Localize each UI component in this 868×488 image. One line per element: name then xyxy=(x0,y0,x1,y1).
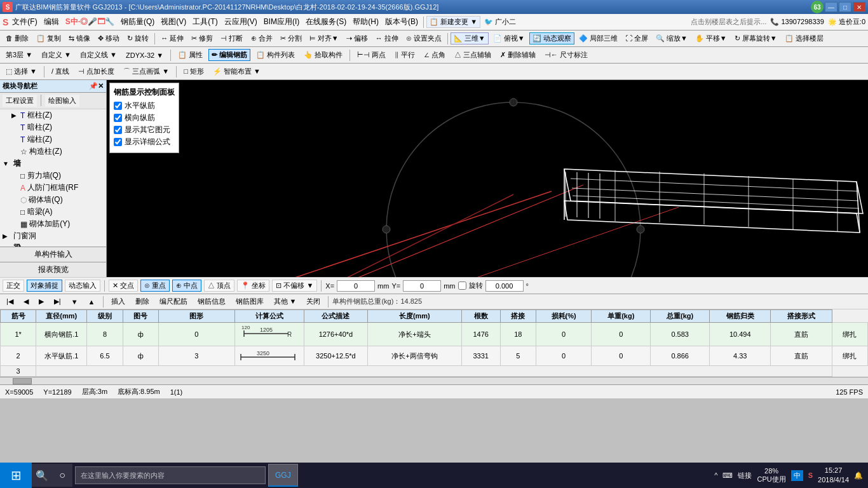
tree-item-hidden-beam[interactable]: □ 暗梁(A) xyxy=(0,206,106,218)
break-btn[interactable]: ⊣ 打断 xyxy=(217,32,246,44)
draw-input-btn[interactable]: 绘图输入 xyxy=(45,95,79,107)
notification-btn[interactable]: 🔔 xyxy=(854,471,863,480)
rotate-checkbox[interactable] xyxy=(458,281,466,290)
3d-btn[interactable]: 📐 三维▼ xyxy=(451,32,489,44)
select-mode-btn[interactable]: ⬚ 选择 ▼ xyxy=(3,65,40,78)
rebar-info-btn[interactable]: 钢筋信息 xyxy=(194,295,229,308)
floor-select[interactable]: 第3层 ▼ xyxy=(3,49,36,61)
point-length-btn[interactable]: ⊣ 点加长度 xyxy=(75,65,118,78)
extend-btn[interactable]: ↔ 延伸 xyxy=(158,32,187,44)
checkbox-horiz-rebar[interactable]: 水平纵筋 xyxy=(114,100,175,111)
taskbar-ggj-item[interactable]: GGJ xyxy=(268,464,298,487)
start-button[interactable]: ⊞ xyxy=(0,463,32,488)
nav-down[interactable]: ▼ xyxy=(67,297,82,307)
plan-btn[interactable]: 📄 俯视▼ xyxy=(490,32,528,44)
dim-label-btn[interactable]: ⊣← 尺寸标注 xyxy=(541,49,591,61)
local-3d-btn[interactable]: 🔷 局部三维 xyxy=(576,32,621,44)
tree-item-masonry[interactable]: ⬡ 砌体墙(Q) xyxy=(0,194,106,206)
checkbox-detail-formula[interactable]: 显示详细公式 xyxy=(114,137,175,147)
rebar-row-2[interactable]: 2 水平纵筋.1 6.5 ф 3 3250 3250+12.5*d xyxy=(1,346,868,366)
dim-rebar-btn[interactable]: 编尺配筋 xyxy=(156,295,191,308)
menu-bim[interactable]: BIM应用(I) xyxy=(261,16,302,28)
edit-rebar-btn[interactable]: ✏ 编辑钢筋 xyxy=(208,49,250,61)
nav-last[interactable]: ▶| xyxy=(50,296,65,307)
single-component-btn[interactable]: 单构件输入 xyxy=(0,247,106,262)
orthogonal-btn[interactable]: 正交 xyxy=(3,280,24,292)
search-box[interactable]: 在这里输入你要搜索的内容 xyxy=(75,466,266,484)
nav-next[interactable]: ▶ xyxy=(35,296,48,307)
checkbox-other-elements[interactable]: 显示其它图元 xyxy=(114,125,175,135)
line-btn[interactable]: / 直线 xyxy=(48,65,72,78)
three-arc-btn[interactable]: ⌒ 三点画弧 ▼ xyxy=(120,65,172,78)
tree-item-shear-wall[interactable]: □ 剪力墙(Q) xyxy=(0,170,106,182)
maximize-button[interactable]: □ xyxy=(839,2,851,12)
vertex-btn[interactable]: △ 顶点 xyxy=(204,280,234,292)
tree-item-masonry-rebar[interactable]: ▦ 砌体加筋(Y) xyxy=(0,218,106,230)
pan-btn[interactable]: ✋ 平移▼ xyxy=(692,32,730,44)
nav-first[interactable]: |◀ xyxy=(3,296,17,307)
custom-line-select[interactable]: 自定义线 ▼ xyxy=(77,49,120,61)
tree-item-column[interactable]: ▶T 框柱(Z) xyxy=(0,109,106,121)
select-layer-btn[interactable]: 📋 选择楼层 xyxy=(782,32,827,44)
object-snap-btn[interactable]: 对象捕捉 xyxy=(27,280,62,292)
three-point-aux-btn[interactable]: △ 三点辅轴 xyxy=(451,49,494,61)
split-btn[interactable]: ✂ 分割 xyxy=(277,32,305,44)
set-grip-btn[interactable]: ⊙ 设置夹点 xyxy=(403,32,445,44)
tree-item-wall[interactable]: ▼ 墙 xyxy=(0,158,106,170)
code-select[interactable]: ZDYX-32 ▼ xyxy=(123,50,166,60)
dynamic-view-btn[interactable]: 🔄 动态观察 xyxy=(529,32,574,44)
nav-prev[interactable]: ◀ xyxy=(20,296,32,307)
x-input[interactable] xyxy=(337,280,375,292)
coord-btn[interactable]: 📍 坐标 xyxy=(237,280,269,292)
rebar-delete-btn[interactable]: 删除 xyxy=(132,295,153,308)
two-point-btn[interactable]: ⊢⊣ 两点 xyxy=(354,49,389,61)
lang-indicator[interactable]: 中 xyxy=(791,470,803,481)
tree-item-beam[interactable]: ▼ 梁 xyxy=(0,242,106,247)
sidebar-pin[interactable]: 📌✕ xyxy=(89,82,104,90)
tree-item-end-column[interactable]: T 端柱(Z) xyxy=(0,133,106,146)
taskbar-search-icon[interactable]: 🔍 xyxy=(32,464,52,487)
custom-select[interactable]: 自定义 ▼ xyxy=(38,49,74,61)
auto-place-btn[interactable]: ⚡ 智能布置 ▼ xyxy=(210,65,264,78)
center-btn[interactable]: ⊕ 中点 xyxy=(172,280,201,292)
menu-file[interactable]: 文件(F) xyxy=(10,16,39,28)
menu-online[interactable]: 在线服务(S) xyxy=(303,16,349,28)
copy-btn[interactable]: 📋 复制 xyxy=(33,32,64,44)
tree-item-dark-column[interactable]: T 暗柱(Z) xyxy=(0,121,106,133)
fullscreen-btn[interactable]: ⛶ 全屏 xyxy=(622,32,651,44)
cortana-btn[interactable]: ○ xyxy=(52,464,72,487)
component-list-btn[interactable]: 📋 构件列表 xyxy=(253,49,298,61)
midpoint-btn[interactable]: ⊙ 重点 xyxy=(140,280,170,292)
scrollbar-thumb[interactable] xyxy=(13,378,32,384)
new-change-btn[interactable]: 📋 新建变更 ▼ xyxy=(426,16,480,28)
menu-tools[interactable]: 工具(T) xyxy=(190,16,220,28)
tree-item-struct-column[interactable]: ☆ 构造柱(Z) xyxy=(0,146,106,158)
menu-edit[interactable]: 编辑 xyxy=(41,16,62,28)
rect-btn[interactable]: □ 矩形 xyxy=(180,65,207,78)
keyboard-icon[interactable]: ⌨ xyxy=(722,471,733,480)
stretch-btn[interactable]: ↔ 拉伸 xyxy=(372,32,402,44)
menu-version[interactable]: 版本号(B) xyxy=(383,16,421,28)
h-scrollbar[interactable] xyxy=(0,377,868,384)
rebar-row-3[interactable]: 3 xyxy=(1,366,868,377)
other-btn[interactable]: 其他 ▼ xyxy=(270,295,301,308)
trim-btn[interactable]: ✂ 修剪 xyxy=(188,32,216,44)
input-method[interactable]: S xyxy=(808,471,813,479)
properties-btn[interactable]: 📋 属性 xyxy=(175,49,206,61)
minimize-button[interactable]: — xyxy=(825,2,837,12)
parallel-btn[interactable]: ∥ 平行 xyxy=(391,49,417,61)
intersection-btn[interactable]: ✕ 交点 xyxy=(109,280,138,292)
y-input[interactable] xyxy=(403,280,441,292)
pick-component-btn[interactable]: 👆 拾取构件 xyxy=(301,49,346,61)
menu-nav[interactable]: S中·◎🎤🗔🔧 xyxy=(63,16,117,28)
menu-view[interactable]: 视图(V) xyxy=(158,16,189,28)
menu-cloud[interactable]: 云应用(V) xyxy=(222,16,260,28)
rotate-input[interactable] xyxy=(485,280,524,292)
project-settings-btn[interactable]: 工程设置 xyxy=(3,95,37,107)
tray-expand[interactable]: ^ xyxy=(714,471,717,479)
offset-btn[interactable]: ⇢ 偏移 xyxy=(343,32,371,44)
close-panel-btn[interactable]: 关闭 xyxy=(302,295,324,308)
dynamic-input-btn[interactable]: 动态输入 xyxy=(65,280,100,292)
checkbox-transv-rebar[interactable]: 横向纵筋 xyxy=(114,112,175,123)
menu-help[interactable]: 帮助(H) xyxy=(350,16,381,28)
